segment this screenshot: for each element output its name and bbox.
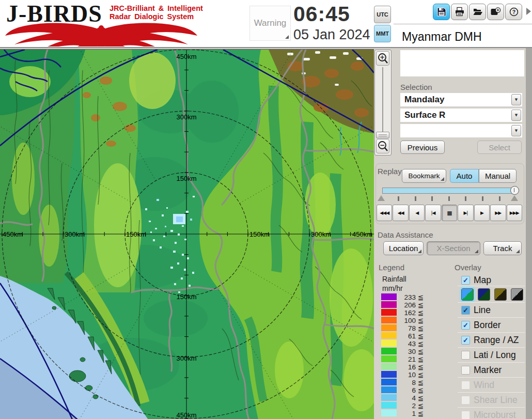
auto-mode-button[interactable]: Auto (450, 169, 479, 183)
slider-start-marker-icon[interactable] (378, 195, 385, 201)
radar-echo (186, 211, 189, 213)
radar-echo (155, 228, 157, 229)
zoom-in-button[interactable]: + (376, 51, 389, 66)
overlay-item-lati-long[interactable]: Lati / Long (461, 349, 516, 361)
print-button[interactable] (451, 4, 468, 20)
map-style-swatch[interactable] (511, 288, 523, 301)
location-button[interactable]: Location (383, 241, 424, 255)
clock-date: 05 Jan 2024 (293, 27, 370, 43)
overlay-separator (458, 286, 525, 286)
overlay-item-map[interactable]: ✓Map (461, 274, 491, 286)
checkbox[interactable] (461, 381, 470, 390)
legend-swatch (381, 394, 397, 401)
zoom-out-icon: − (377, 140, 389, 152)
legend-value: 21 ≦ (398, 355, 424, 363)
product-dropdown[interactable]: Surface R ▼ (400, 108, 522, 122)
corner-triangle-icon (516, 250, 520, 253)
radar-echo (176, 216, 183, 222)
station-name: Myanmar DMH (397, 26, 526, 44)
step-forward-button[interactable]: ▶| (458, 205, 473, 221)
option-dropdown[interactable]: ▼ (400, 124, 522, 137)
zoom-slider-track[interactable] (382, 67, 383, 134)
map-style-swatch[interactable] (478, 288, 490, 301)
radar-echo (163, 236, 165, 237)
chevron-down-icon[interactable]: ▼ (511, 110, 521, 121)
overlay-separator (458, 347, 525, 348)
capture-add-button[interactable] (487, 4, 504, 20)
checkbox[interactable]: ✓ (461, 321, 470, 330)
checkbox[interactable]: ✓ (461, 306, 470, 315)
mmt-toggle-button[interactable]: MMT (374, 25, 391, 42)
legend-swatch (381, 355, 397, 362)
overlay-item-label: Line (474, 305, 491, 316)
map-style-swatch[interactable] (494, 288, 507, 301)
checkbox[interactable] (461, 411, 470, 419)
zoom-slider-thumb[interactable] (376, 132, 389, 138)
overlay-item-shear-line[interactable]: Shear Line (461, 394, 518, 406)
overlay-item-marker[interactable]: Marker (461, 364, 502, 376)
range-ring-label: 300km (176, 113, 196, 121)
legend-value: 162 ≦ (398, 308, 424, 317)
help-icon: ? (509, 7, 519, 17)
select-button[interactable]: Select (477, 141, 522, 154)
svg-text:?: ? (512, 9, 515, 15)
legend-value: 78 ≦ (398, 324, 424, 332)
legend-swatch (381, 363, 397, 370)
overlay-item-line[interactable]: ✓Line (461, 304, 491, 316)
play-button[interactable]: ▶ (474, 205, 490, 221)
legend-swatch (381, 379, 397, 385)
radar-map[interactable]: 450km300km150km150km300km450km450km300km… (0, 49, 374, 419)
replay-label: Replay (378, 167, 402, 176)
map-style-swatch[interactable] (461, 288, 474, 301)
forward-fast-button[interactable]: ▶▶▶ (507, 205, 522, 221)
radar-echo (190, 219, 192, 221)
help-button[interactable]: ? (505, 4, 522, 20)
site-dropdown[interactable]: Mandalay ▼ (400, 93, 522, 106)
step-back-button[interactable]: |◀ (425, 205, 441, 221)
rewind-button[interactable]: ◀◀ (393, 205, 408, 221)
checkbox[interactable]: ✓ (461, 336, 470, 345)
legend-swatch (381, 348, 397, 354)
logo-subtitle-line2: Radar Dialogic System (109, 12, 203, 21)
overlay-item-border[interactable]: ✓Border (461, 319, 501, 331)
chevron-down-icon[interactable]: ▼ (511, 94, 521, 105)
station-field[interactable]: Myanmar DMH (397, 26, 526, 47)
overlay-item-microburst[interactable]: Microburst (461, 409, 516, 419)
open-file-button[interactable] (469, 4, 486, 20)
stop-button[interactable]: ■ (442, 205, 457, 221)
track-button[interactable]: Track (483, 241, 522, 255)
overlay-item-label: Range / AZ (474, 335, 519, 346)
overlay-item-range-az[interactable]: ✓Range / AZ (461, 334, 519, 346)
slider-end-marker-icon[interactable] (511, 195, 518, 201)
checkbox[interactable] (461, 351, 470, 360)
forward-button[interactable]: ▶▶ (490, 205, 506, 221)
x-section-button[interactable]: X-Section (427, 241, 480, 255)
save-button[interactable] (433, 4, 450, 20)
legend-swatch (381, 410, 397, 416)
panel-collapse-arrow-icon[interactable] (526, 8, 531, 15)
svg-text:−: − (380, 142, 385, 149)
checkbox[interactable]: ✓ (461, 276, 470, 285)
manual-mode-button[interactable]: Manual (479, 169, 517, 183)
checkbox[interactable] (461, 396, 470, 405)
checkbox[interactable] (461, 366, 470, 375)
warning-corner-triangle-icon (285, 35, 289, 39)
rewind-fast-button[interactable]: ◀◀◀ (377, 205, 392, 221)
radar-echo (184, 269, 186, 271)
play-reverse-button[interactable]: ◀ (409, 205, 425, 221)
replay-slider-track[interactable] (382, 188, 518, 194)
chevron-down-icon[interactable]: ▼ (511, 125, 521, 136)
range-box: Range 450 km (400, 50, 524, 76)
overlay-item-wind[interactable]: Wind (461, 379, 494, 391)
slider-tick (465, 196, 466, 201)
zoom-in-icon: + (377, 52, 389, 65)
replay-slider-thumb[interactable] (510, 186, 519, 195)
legend-swatch (381, 402, 397, 409)
zoom-out-button[interactable]: − (376, 139, 389, 153)
radar-echo (182, 254, 184, 256)
warning-button[interactable]: Warning (249, 6, 291, 41)
bookmark-label: Bookmark (409, 172, 440, 180)
utc-toggle-button[interactable]: UTC (374, 6, 391, 23)
bookmark-button[interactable]: Bookmark (402, 169, 446, 183)
previous-button[interactable]: Previous (400, 141, 445, 154)
